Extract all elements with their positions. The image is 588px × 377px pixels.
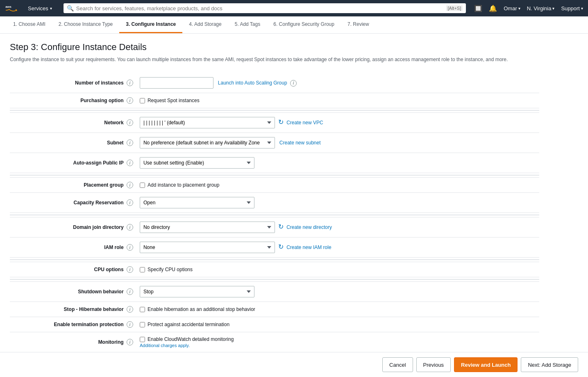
services-menu[interactable]: Services ▾ xyxy=(25,5,55,11)
create-directory-link[interactable]: Create new directory xyxy=(286,224,332,230)
placement-info-icon[interactable]: i xyxy=(127,182,133,188)
top-navigation: aws Services ▾ 🔍 [Alt+S] 🔲 🔔 Omar ▾ N. V… xyxy=(0,0,588,16)
previous-button[interactable]: Previous xyxy=(416,357,451,372)
hibernate-control: Enable hibernation as an additional stop… xyxy=(136,302,539,317)
cloudwatch-label: Enable CloudWatch detailed monitoring xyxy=(148,336,234,342)
monitoring-checkbox[interactable] xyxy=(140,337,145,342)
wizard-step-1[interactable]: 1. Choose AMI xyxy=(7,16,52,33)
search-input[interactable] xyxy=(76,5,444,11)
directory-refresh-icon[interactable]: ↻ xyxy=(278,223,284,231)
instances-control: 1 Launch into Auto Scaling Group i xyxy=(136,73,539,93)
termination-info-icon[interactable]: i xyxy=(127,321,133,328)
review-launch-button[interactable]: Review and Launch xyxy=(454,357,518,372)
termination-label: Enable termination protection i xyxy=(10,317,136,332)
network-info-icon[interactable]: i xyxy=(127,119,133,126)
network-select[interactable]: | | | | | | | | ' (default) xyxy=(140,117,275,128)
wizard-steps: 1. Choose AMI 2. Choose Instance Type 3.… xyxy=(0,16,588,34)
footer-actions: Cancel Previous Review and Launch Next: … xyxy=(0,352,588,377)
auto-assign-label: Auto-assign Public IP i xyxy=(10,153,136,173)
protect-termination-label: Protect against accidental termination xyxy=(148,322,229,327)
launch-auto-scaling-link[interactable]: Launch into Auto Scaling Group xyxy=(218,80,287,86)
cpu-control: Specify CPU options xyxy=(136,262,539,277)
placement-label: Add instance to placement group xyxy=(148,182,219,188)
hibernate-checkbox[interactable] xyxy=(140,307,145,312)
create-subnet-link[interactable]: Create new subnet xyxy=(279,140,321,146)
placement-control: Add instance to placement group xyxy=(136,178,539,193)
search-shortcut: [Alt+S] xyxy=(446,5,463,11)
instances-label: Number of instances i xyxy=(10,73,136,93)
create-iam-role-link[interactable]: Create new IAM role xyxy=(286,244,331,250)
wizard-step-2[interactable]: 2. Choose Instance Type xyxy=(52,16,120,33)
svg-text:aws: aws xyxy=(5,5,11,9)
spot-instances-label: Request Spot instances xyxy=(148,98,200,103)
network-refresh-icon[interactable]: ↻ xyxy=(278,118,284,126)
purchasing-info-icon[interactable]: i xyxy=(127,97,133,104)
termination-checkbox[interactable] xyxy=(140,322,145,327)
search-bar[interactable]: 🔍 [Alt+S] xyxy=(64,3,466,13)
auto-scaling-info-icon[interactable]: i xyxy=(290,80,297,87)
page-description: Configure the instance to suit your requ… xyxy=(10,56,539,63)
termination-control: Protect against accidental termination xyxy=(136,317,539,332)
iam-role-label: IAM role i xyxy=(10,238,136,258)
shutdown-control: Stop xyxy=(136,282,539,302)
auto-assign-info-icon[interactable]: i xyxy=(127,160,133,166)
domain-join-label: Domain join directory i xyxy=(10,217,136,238)
nav-bell[interactable]: 🔔 xyxy=(489,5,497,12)
configure-form: Number of instances i 1 Launch into Auto… xyxy=(10,73,539,377)
create-vpc-link[interactable]: Create new VPC xyxy=(286,120,323,126)
auto-assign-control: Use subnet setting (Enable) xyxy=(136,153,539,173)
placement-checkbox[interactable] xyxy=(140,183,145,188)
auto-assign-select[interactable]: Use subnet setting (Enable) xyxy=(140,157,254,169)
iam-select[interactable]: None xyxy=(140,242,275,253)
cpu-options-label: CPU options i xyxy=(10,262,136,277)
cpu-info-icon[interactable]: i xyxy=(127,266,133,273)
capacity-label: Capacity Reservation i xyxy=(10,193,136,213)
domain-select[interactable]: No directory xyxy=(140,222,275,233)
shutdown-info-icon[interactable]: i xyxy=(127,288,133,295)
cpu-checkbox[interactable] xyxy=(140,267,145,272)
network-label: Network i xyxy=(10,113,136,133)
domain-info-icon[interactable]: i xyxy=(127,224,133,231)
monitoring-info-icon[interactable]: i xyxy=(127,339,133,345)
monitoring-control: Enable CloudWatch detailed monitoring Ad… xyxy=(136,332,539,352)
domain-control: No directory ↻ Create new directory xyxy=(136,217,539,238)
subnet-info-icon[interactable]: i xyxy=(127,139,133,146)
capacity-info-icon[interactable]: i xyxy=(127,199,133,206)
nav-right: 🔲 🔔 Omar ▾ N. Virginia ▾ Support ▾ xyxy=(474,5,583,12)
next-button[interactable]: Next: Add Storage xyxy=(521,357,578,372)
nav-user[interactable]: Omar ▾ xyxy=(504,5,520,11)
capacity-control: Open xyxy=(136,193,539,213)
purchasing-option-label: Purchasing option i xyxy=(10,93,136,108)
subnet-control: No preference (default subnet in any Ava… xyxy=(136,133,539,153)
wizard-step-5[interactable]: 5. Add Tags xyxy=(228,16,267,33)
shutdown-behavior-label: Shutdown behavior i xyxy=(10,282,136,302)
shutdown-select[interactable]: Stop xyxy=(140,286,254,297)
iam-control: None ↻ Create new IAM role xyxy=(136,238,539,258)
nav-notifications[interactable]: 🔲 xyxy=(474,5,482,12)
cancel-button[interactable]: Cancel xyxy=(382,357,413,372)
subnet-select[interactable]: No preference (default subnet in any Ava… xyxy=(140,137,275,149)
subnet-label: Subnet i xyxy=(10,133,136,153)
instances-info-icon[interactable]: i xyxy=(127,80,133,86)
iam-info-icon[interactable]: i xyxy=(127,244,133,251)
wizard-step-4[interactable]: 4. Add Storage xyxy=(182,16,228,33)
instances-input[interactable]: 1 xyxy=(140,77,213,89)
hibernate-label: Stop - Hibernate behavior i xyxy=(10,302,136,317)
wizard-step-3[interactable]: 3. Configure Instance xyxy=(119,16,182,33)
specify-cpu-label: Specify CPU options xyxy=(148,267,193,272)
monitoring-charges-link[interactable]: Additional charges apply. xyxy=(140,343,536,348)
nav-region[interactable]: N. Virginia ▾ xyxy=(527,5,555,11)
monitoring-label: Monitoring i xyxy=(10,332,136,352)
page-title: Step 3: Configure Instance Details xyxy=(10,42,539,53)
hibernate-info-icon[interactable]: i xyxy=(127,306,133,313)
nav-support[interactable]: Support ▾ xyxy=(561,5,583,11)
placement-group-label: Placement group i xyxy=(10,178,136,193)
purchasing-control: Request Spot instances xyxy=(136,93,539,108)
main-content: Step 3: Configure Instance Details Confi… xyxy=(0,34,549,377)
wizard-step-7[interactable]: 7. Review xyxy=(341,16,376,33)
spot-instances-checkbox[interactable] xyxy=(140,98,145,103)
capacity-select[interactable]: Open xyxy=(140,197,254,208)
wizard-step-6[interactable]: 6. Configure Security Group xyxy=(267,16,341,33)
iam-refresh-icon[interactable]: ↻ xyxy=(278,243,284,251)
aws-logo[interactable]: aws xyxy=(5,3,20,13)
